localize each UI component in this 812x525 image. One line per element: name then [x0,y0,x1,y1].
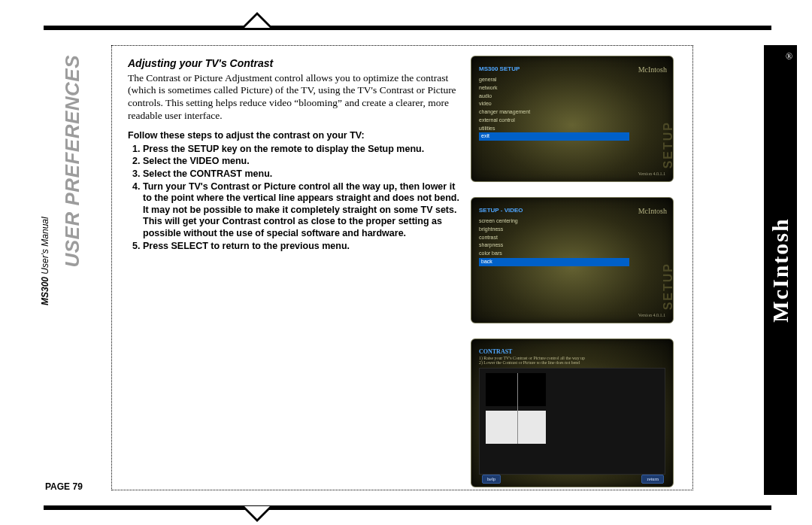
step-item: Press the SETUP key on the remote to dis… [143,144,460,156]
help-button: help [482,475,501,484]
menu-item: changer management [479,108,629,117]
screenshot-column: McIntosh SETUP MS300 SETUP general netwo… [471,48,681,502]
step-item: Select the CONTRAST menu. [143,168,460,181]
return-button: return [641,475,664,484]
menu-item: video [479,100,629,108]
text-column: Adjusting your TV's Contrast The Contras… [117,48,471,253]
page-number: PAGE 79 [45,481,83,492]
brand-name: McIntosh [768,217,793,322]
white-block [486,411,546,444]
manual-model: MS300 [40,277,50,305]
shot-brand: McIntosh [638,207,667,217]
shot-version: Version 4.0.1.1 [638,313,665,319]
shot-version: Version 4.0.1.1 [638,171,665,178]
menu-item: network [479,84,629,93]
contrast-instructions: 1) Raise your TV's Contrast or Picture c… [479,356,665,366]
menu-item: utilities [479,125,629,133]
steps-intro: Follow these steps to adjust the contras… [128,130,460,142]
shot-title: SETUP - VIDEO [479,207,629,214]
content-area: Adjusting your TV's Contrast The Contras… [117,48,689,502]
brand-strip: ® McIntosh [764,45,797,495]
shot-title: MS300 SETUP [479,65,629,73]
bottom-rule [44,505,771,510]
shot-brand: McIntosh [638,65,667,75]
top-rule [44,26,771,30]
menu-item: general [479,76,629,84]
step-item: Select the VIDEO menu. [143,156,460,168]
menu-item: contrast [479,234,629,242]
menu-item: audio [479,93,629,101]
steps-list: Press the SETUP key on the remote to dis… [143,144,460,253]
instr-line: 2) Lower the Contrast or Picture so the … [479,360,665,365]
menu-item-selected: exit [479,132,629,141]
screenshot-setup-menu: McIntosh SETUP MS300 SETUP general netwo… [471,56,674,182]
menu-item: screen centering [479,217,629,226]
menu-item: sharpness [479,241,629,250]
step-item: Turn your TV's Contrast or Picture contr… [143,181,460,240]
menu-item: color bars [479,250,629,258]
manual-title: MS300 User's Manual [40,217,50,305]
contrast-test-area [479,368,665,475]
manual-label: User's Manual [40,217,50,277]
shot-side-label: SETUP [661,262,674,310]
top-arrow-icon [241,12,274,29]
screenshot-contrast: CONTRAST 1) Raise your TV's Contrast or … [471,338,674,487]
shot-menu: SETUP - VIDEO screen centering brightnes… [479,207,629,266]
shot-menu: MS300 SETUP general network audio video … [479,65,629,141]
screenshot-video-menu: McIntosh SETUP SETUP - VIDEO screen cent… [471,197,674,323]
chapter-title: USER PREFERENCES [61,55,84,268]
vertical-line-icon [517,373,518,444]
section-title: Adjusting your TV's Contrast [128,57,460,71]
shot-title: CONTRAST [479,348,512,356]
menu-item-selected: back [479,258,629,266]
step-item: Press SELECT to return to the previous m… [143,241,460,253]
menu-item: brightness [479,226,629,234]
registered-icon: ® [786,51,792,62]
shot-side-label: SETUP [661,121,674,168]
body-paragraph: The Contrast or Picture Adjustment contr… [128,72,460,123]
black-block [486,373,546,406]
menu-item: external control [479,117,629,125]
page: ® McIntosh USER PREFERENCES MS300 User's… [0,0,812,525]
bottom-arrow-icon [241,505,274,522]
